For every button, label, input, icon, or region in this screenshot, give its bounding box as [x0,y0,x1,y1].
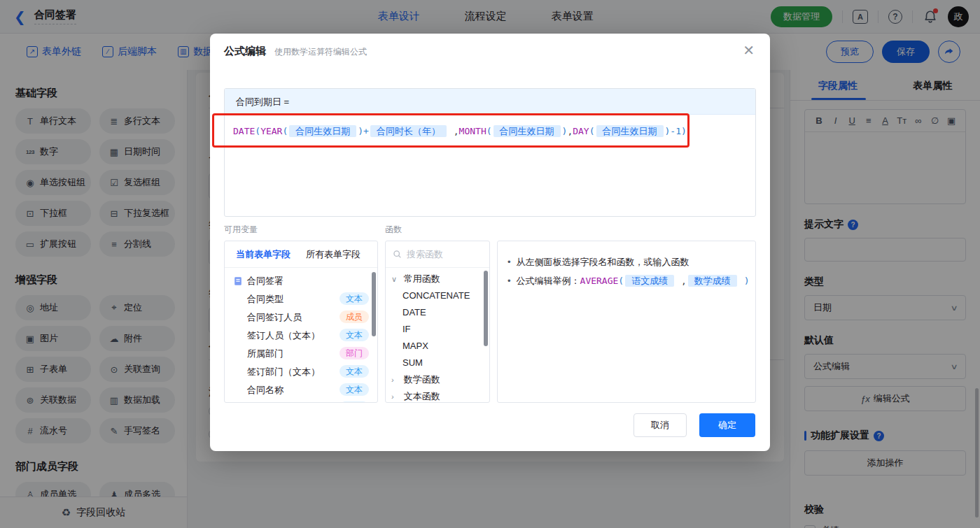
help-panel: •从左侧面板选择字段名和函数，或输入函数 •公式编辑举例：AVERAGE(语文成… [497,241,756,403]
modal-title: 公式编辑使用数学运算符编辑公式 [224,45,367,58]
function-group-text[interactable]: › 文本函数 [386,388,489,403]
close-icon[interactable]: ✕ [743,42,755,59]
help-line-2: •公式编辑举例：AVERAGE(语文成绩 ,数学成绩 ) [507,271,746,290]
formula-token: 合同时长（年） [370,125,447,137]
formula-input-box[interactable]: 合同到期日 = DATE(YEAR(合同生效日期)+合同时长（年） ,MONTH… [224,88,756,217]
formula-token: ) [738,276,750,286]
variables-panel: 当前表单字段 所有表单字段 合同签署 合同类型 文本 [224,241,378,403]
form-doc-icon [233,276,243,286]
formula-token: DATE [233,126,255,136]
formula-token: AVERAGE [580,276,619,286]
function-item[interactable]: IF [386,321,489,338]
formula-token: ( [618,276,624,286]
formula-token: 合同生效日期 [493,125,561,137]
field-type-badge: 文本 [340,401,369,403]
search-placeholder: 搜索函数 [407,248,443,261]
formula-token: DAY [573,126,589,136]
formula-token: 语文成绩 [625,275,674,287]
chevron-down-icon: ∨ [391,271,401,287]
field-type-badge: 文本 [340,329,369,341]
formula-token: ( [282,126,288,136]
variable-field-row[interactable]: 合同名称 文本 [225,381,377,399]
field-type-badge: 部门 [340,347,369,359]
function-search-input[interactable]: 搜索函数 [386,241,489,268]
chevron-right-icon: › [391,388,401,403]
formula-token: MONTH [459,126,486,136]
formula-target-field: 合同到期日 = [225,89,755,115]
field-type-badge: 文本 [340,365,369,378]
variable-field-row[interactable]: 合同类型 文本 [225,290,377,308]
tab-current-form-fields[interactable]: 当前表单字段 [236,248,290,261]
variable-field-row[interactable]: 所属部门 部门 [225,345,377,363]
formula-token: )-1) [665,126,687,136]
variable-field-row[interactable]: 签订部门（文本） 文本 [225,363,377,381]
variable-field-row[interactable]: 合同签订人员 成员 [225,308,377,327]
variables-label: 可用变量 [224,224,258,236]
chevron-right-icon: › [391,371,401,388]
formula-token: , [448,126,459,136]
form-tree-root[interactable]: 合同签署 [225,272,377,290]
formula-editor-modal: 公式编辑使用数学运算符编辑公式 ✕ 合同到期日 = DATE(YEAR(合同生效… [210,34,770,451]
function-group-math[interactable]: › 数学函数 [386,371,489,388]
function-group-common[interactable]: ∨ 常用函数 [386,271,489,287]
field-type-badge: 文本 [340,292,369,305]
formula-expression[interactable]: DATE(YEAR(合同生效日期)+合同时长（年） ,MONTH(合同生效日期)… [225,115,755,148]
function-item[interactable]: DATE [386,304,489,321]
cancel-button[interactable]: 取消 [634,413,687,437]
modal-subtitle: 使用数学运算符编辑公式 [274,47,367,57]
functions-panel: 搜索函数 ∨ 常用函数 CONCATENATEDATEIFMAPXSUM › 数… [385,241,490,403]
variable-field-row[interactable]: 签订人员（文本） 文本 [225,327,377,345]
formula-token: ( [589,126,595,136]
search-icon [393,250,402,259]
functions-label: 函数 [385,224,402,236]
function-item[interactable]: SUM [386,355,489,371]
formula-token: YEAR [260,126,282,136]
function-item[interactable]: MAPX [386,338,489,355]
tab-all-form-fields[interactable]: 所有表单字段 [306,248,360,261]
confirm-button[interactable]: 确定 [699,413,755,437]
formula-token: ( [486,126,492,136]
variable-field-row[interactable]: 文本 [225,399,377,403]
function-item[interactable]: CONCATENATE [386,287,489,304]
formula-token: )+ [358,126,369,136]
help-line-1: •从左侧面板选择字段名和函数，或输入函数 [507,252,746,271]
formula-token: 合同生效日期 [596,125,664,137]
formula-token: , [676,276,687,286]
field-type-badge: 文本 [340,383,369,396]
field-type-badge: 成员 [340,311,369,323]
scrollbar-thumb[interactable] [484,271,488,346]
formula-token: ( [255,126,260,136]
scrollbar-thumb[interactable] [372,272,376,336]
formula-token: 合同生效日期 [289,125,356,137]
formula-token: 数学成绩 [688,275,737,287]
